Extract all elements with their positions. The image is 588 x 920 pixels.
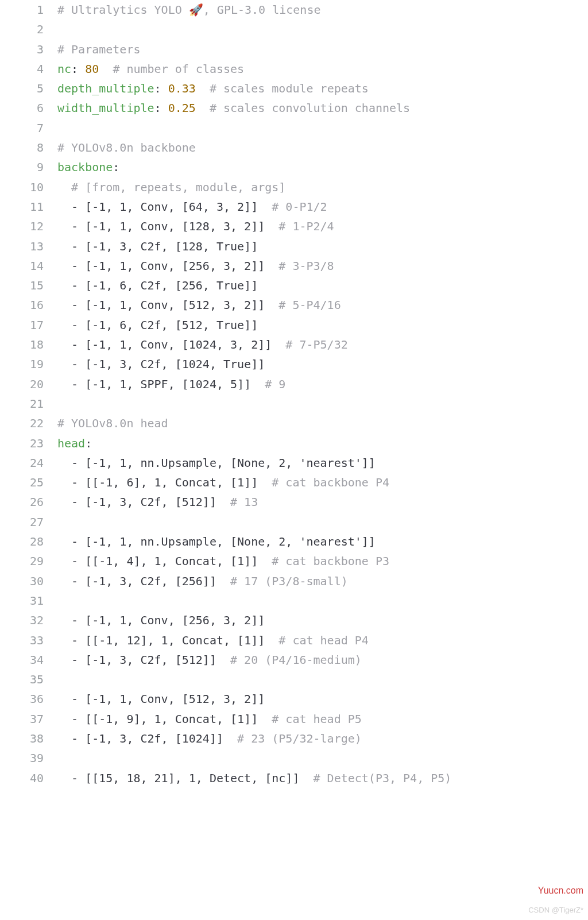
code-line[interactable] (57, 118, 588, 138)
code-token-comment: # number of classes (113, 62, 244, 76)
code-line[interactable]: - [-1, 1, Conv, [256, 3, 2]] (57, 610, 588, 630)
code-line[interactable]: - [-1, 3, C2f, [256]] # 17 (P3/8-small) (57, 571, 588, 591)
code-line[interactable]: - [-1, 6, C2f, [512, True]] (57, 315, 588, 335)
code-line[interactable] (57, 748, 588, 768)
code-token-txt: - [[-1, 6], 1, Concat, [1]] (57, 476, 272, 489)
code-line[interactable]: - [-1, 1, Conv, [512, 3, 2]] (57, 689, 588, 709)
line-number: 6 (0, 98, 44, 118)
code-line[interactable]: - [-1, 3, C2f, [1024]] # 23 (P5/32-large… (57, 729, 588, 748)
code-line[interactable]: - [[-1, 9], 1, Concat, [1]] # cat head P… (57, 709, 588, 729)
line-number: 8 (0, 138, 44, 157)
code-token-comment: # 1-P2/4 (278, 219, 334, 233)
line-number: 7 (0, 118, 44, 138)
code-token-comment: # 13 (230, 495, 258, 509)
code-token-comment: # Parameters (57, 42, 141, 56)
line-number: 40 (0, 768, 44, 788)
code-token-comment: # cat backbone P4 (272, 476, 389, 489)
code-line[interactable]: nc: 80 # number of classes (57, 59, 588, 79)
line-number: 21 (0, 394, 44, 413)
line-number: 35 (0, 670, 44, 689)
code-line[interactable]: - [-1, 3, C2f, [512]] # 20 (P4/16-medium… (57, 650, 588, 670)
code-token-txt: - [-1, 1, Conv, [64, 3, 2]] (57, 200, 272, 214)
code-line[interactable] (57, 20, 588, 39)
code-line[interactable] (57, 670, 588, 689)
code-token-comment: # 3-P3/8 (278, 259, 334, 273)
code-token-sep: : (154, 101, 168, 115)
code-line[interactable]: depth_multiple: 0.33 # scales module rep… (57, 79, 588, 98)
code-line[interactable] (57, 512, 588, 532)
line-number: 27 (0, 512, 44, 532)
code-line[interactable] (57, 591, 588, 610)
code-line[interactable]: # Parameters (57, 40, 588, 59)
code-token-key: head (57, 436, 85, 450)
line-number: 30 (0, 571, 44, 591)
code-token-key: nc (57, 62, 71, 76)
code-line[interactable]: - [-1, 1, Conv, [64, 3, 2]] # 0-P1/2 (57, 197, 588, 217)
code-token-comment: # YOLOv8.0n head (57, 416, 168, 430)
code-token-sep: : (113, 160, 119, 174)
line-number: 10 (0, 177, 44, 197)
line-number: 22 (0, 413, 44, 433)
code-line[interactable]: - [[15, 18, 21], 1, Detect, [nc]] # Dete… (57, 768, 588, 788)
line-number: 20 (0, 374, 44, 394)
line-number: 33 (0, 631, 44, 650)
code-line[interactable]: - [-1, 1, Conv, [512, 3, 2]] # 5-P4/16 (57, 295, 588, 315)
code-content[interactable]: # Ultralytics YOLO 🚀, GPL-3.0 license# P… (57, 0, 588, 788)
code-line[interactable]: - [-1, 1, nn.Upsample, [None, 2, 'neares… (57, 532, 588, 551)
line-number: 19 (0, 354, 44, 374)
line-number: 15 (0, 276, 44, 295)
line-number: 24 (0, 453, 44, 473)
code-token-sep: : (71, 62, 85, 76)
code-token-txt: - [-1, 3, C2f, [256]] (57, 574, 230, 588)
line-number: 14 (0, 256, 44, 276)
code-editor: 1234567891011121314151617181920212223242… (0, 0, 588, 788)
line-number: 5 (0, 79, 44, 98)
code-token-txt: - [-1, 3, C2f, [512]] (57, 495, 230, 509)
line-number: 16 (0, 295, 44, 315)
line-number: 18 (0, 335, 44, 354)
code-line[interactable]: # YOLOv8.0n backbone (57, 138, 588, 157)
code-line[interactable]: - [[-1, 4], 1, Concat, [1]] # cat backbo… (57, 551, 588, 571)
code-token-txt (57, 180, 71, 194)
code-token-sep: : (154, 82, 168, 95)
code-line[interactable]: backbone: (57, 157, 588, 177)
code-line[interactable] (57, 394, 588, 413)
line-number: 9 (0, 157, 44, 177)
line-number: 37 (0, 709, 44, 729)
code-token-comment: # Detect(P3, P4, P5) (314, 771, 452, 785)
code-token-txt: - [[15, 18, 21], 1, Detect, [nc]] (57, 771, 314, 785)
code-line[interactable]: width_multiple: 0.25 # scales convolutio… (57, 98, 588, 118)
line-number-gutter: 1234567891011121314151617181920212223242… (0, 0, 57, 788)
line-number: 1 (0, 0, 44, 20)
code-token-txt (196, 82, 210, 95)
code-token-comment: # scales module repeats (210, 82, 369, 95)
code-line[interactable]: - [-1, 6, C2f, [256, True]] (57, 276, 588, 295)
line-number: 36 (0, 689, 44, 709)
code-token-num: 0.33 (168, 82, 196, 95)
code-line[interactable]: - [-1, 1, Conv, [256, 3, 2]] # 3-P3/8 (57, 256, 588, 276)
code-line[interactable]: head: (57, 434, 588, 453)
code-line[interactable]: - [-1, 1, Conv, [1024, 3, 2]] # 7-P5/32 (57, 335, 588, 354)
line-number: 4 (0, 59, 44, 79)
line-number: 31 (0, 591, 44, 610)
code-line[interactable]: - [-1, 1, nn.Upsample, [None, 2, 'neares… (57, 453, 588, 473)
code-line[interactable]: # YOLOv8.0n head (57, 413, 588, 433)
line-number: 26 (0, 492, 44, 512)
code-token-txt: - [-1, 3, C2f, [1024]] (57, 732, 237, 745)
code-line[interactable]: - [[-1, 6], 1, Concat, [1]] # cat backbo… (57, 473, 588, 492)
code-line[interactable]: # Ultralytics YOLO 🚀, GPL-3.0 license (57, 0, 588, 20)
code-line[interactable]: - [-1, 3, C2f, [512]] # 13 (57, 492, 588, 512)
code-line[interactable]: - [[-1, 12], 1, Concat, [1]] # cat head … (57, 631, 588, 650)
code-line[interactable]: - [-1, 1, SPPF, [1024, 5]] # 9 (57, 374, 588, 394)
code-token-txt: - [-1, 1, Conv, [512, 3, 2]] (57, 298, 278, 312)
code-line[interactable]: - [-1, 3, C2f, [128, True]] (57, 237, 588, 256)
line-number: 11 (0, 197, 44, 217)
line-number: 34 (0, 650, 44, 670)
code-line[interactable]: - [-1, 3, C2f, [1024, True]] (57, 354, 588, 374)
code-line[interactable]: - [-1, 1, Conv, [128, 3, 2]] # 1-P2/4 (57, 217, 588, 236)
code-token-txt: - [[-1, 9], 1, Concat, [1]] (57, 712, 272, 726)
code-token-comment: # cat head P5 (272, 712, 362, 726)
code-line[interactable]: # [from, repeats, module, args] (57, 177, 588, 197)
code-token-txt: - [[-1, 12], 1, Concat, [1]] (57, 633, 278, 647)
code-token-txt: - [[-1, 4], 1, Concat, [1]] (57, 554, 272, 568)
